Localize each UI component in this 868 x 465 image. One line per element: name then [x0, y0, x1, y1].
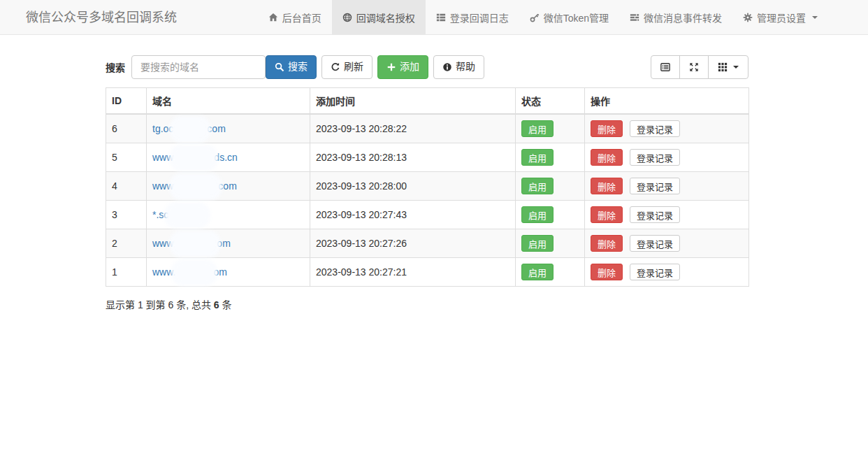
- app-title[interactable]: 微信公众号多域名回调系统: [0, 0, 187, 34]
- table-view-controls: [651, 55, 748, 79]
- delete-button[interactable]: 删除: [591, 235, 623, 252]
- status-enabled-button[interactable]: 启用: [521, 149, 554, 166]
- add-button-label: 添加: [400, 60, 419, 74]
- nav-item-login-log[interactable]: 登录回调日志: [426, 0, 519, 34]
- table-row: 5 wwwds.cn 2023-09-13 20:28:13 启用 删除 登录记…: [106, 143, 749, 172]
- toggle-view-button[interactable]: [651, 55, 680, 79]
- login-records-button[interactable]: 登录记录: [630, 120, 680, 137]
- table-row: 6 tg.occom 2023-09-13 20:28:22 启用 删除 登录记…: [106, 114, 749, 143]
- columns-dropdown-button[interactable]: [708, 55, 748, 79]
- cell-status: 启用: [516, 258, 585, 287]
- cell-domain: wwwom: [147, 229, 310, 258]
- login-records-button[interactable]: 登录记录: [630, 264, 680, 280]
- cell-domain: www.om: [147, 258, 310, 287]
- delete-button[interactable]: 删除: [591, 149, 623, 166]
- col-header-domain: 域名: [147, 88, 310, 115]
- domain-prefix: *.sc: [152, 209, 168, 220]
- cell-added-time: 2023-09-13 20:28:13: [310, 143, 516, 172]
- cell-added-time: 2023-09-13 20:27:21: [310, 258, 516, 287]
- nav-item-admin-settings[interactable]: 管理员设置: [732, 0, 828, 34]
- cell-added-time: 2023-09-13 20:28:22: [310, 114, 516, 143]
- table-row: 3 *.sc 2023-09-13 20:27:43 启用 删除 登录记录: [106, 201, 749, 229]
- domain-link[interactable]: wwwcom: [152, 180, 237, 192]
- nav-label: 后台首页: [282, 10, 321, 24]
- nav-label: 微信消息事件转发: [644, 10, 722, 24]
- domain-prefix: www: [152, 152, 173, 163]
- status-enabled-button[interactable]: 启用: [521, 235, 554, 252]
- cell-id: 5: [106, 143, 147, 172]
- summary-prefix: 显示第 1 到第 6 条, 总共: [106, 299, 214, 310]
- redacted-blur: [174, 236, 216, 252]
- status-enabled-button[interactable]: 启用: [521, 120, 554, 137]
- delete-button[interactable]: 删除: [591, 178, 623, 194]
- nav-item-token-manage[interactable]: 微信Token管理: [519, 0, 619, 34]
- cell-id: 1: [106, 258, 147, 287]
- domain-link[interactable]: wwwom: [152, 238, 231, 249]
- summary-total: 6: [214, 299, 219, 310]
- globe-icon: [342, 13, 352, 22]
- summary-suffix: 条: [219, 299, 232, 310]
- add-button[interactable]: 添加: [377, 55, 428, 79]
- info-icon: [442, 62, 452, 72]
- cell-status: 启用: [516, 143, 585, 172]
- status-enabled-button[interactable]: 启用: [521, 206, 554, 223]
- cell-added-time: 2023-09-13 20:27:43: [310, 201, 516, 229]
- refresh-icon: [331, 62, 340, 72]
- domain-prefix: tg.oc: [152, 123, 173, 134]
- status-enabled-button[interactable]: 启用: [521, 264, 554, 280]
- top-navbar: 微信公众号多域名回调系统 后台首页 回调域名授权 登录回调日志 微信Token管…: [0, 0, 868, 35]
- domain-link[interactable]: wwwds.cn: [152, 152, 238, 163]
- nav-item-msg-forward[interactable]: 微信消息事件转发: [619, 0, 732, 34]
- search-button-label: 搜索: [288, 60, 308, 74]
- delete-button[interactable]: 删除: [591, 120, 623, 137]
- key-icon: [530, 13, 540, 22]
- refresh-button[interactable]: 刷新: [321, 55, 372, 79]
- search-button[interactable]: 搜索: [266, 55, 317, 79]
- cell-id: 2: [106, 229, 147, 258]
- search-label: 搜索: [106, 60, 125, 74]
- search-input[interactable]: [131, 55, 266, 79]
- nav-label: 回调域名授权: [356, 10, 415, 24]
- cell-domain: wwwcom: [147, 172, 310, 201]
- nav-label: 登录回调日志: [450, 10, 509, 24]
- gear-icon: [743, 13, 753, 22]
- domain-link[interactable]: www.om: [152, 266, 227, 278]
- login-records-button[interactable]: 登录记录: [630, 178, 680, 194]
- redacted-blur: [174, 150, 213, 166]
- cell-added-time: 2023-09-13 20:28:00: [310, 172, 516, 201]
- cell-actions: 删除 登录记录: [585, 172, 749, 201]
- delete-button[interactable]: 删除: [591, 264, 623, 280]
- nav-item-callback-domain[interactable]: 回调域名授权: [332, 0, 426, 34]
- domain-prefix: www: [152, 238, 173, 249]
- cell-domain: wwwds.cn: [147, 143, 310, 172]
- main-nav: 后台首页 回调域名授权 登录回调日志 微信Token管理 微信消息事件转发: [258, 0, 828, 34]
- list-alt-icon: [660, 62, 670, 72]
- domain-link[interactable]: tg.occom: [152, 123, 226, 134]
- login-records-button[interactable]: 登录记录: [630, 149, 680, 166]
- fullscreen-button[interactable]: [679, 55, 709, 79]
- status-enabled-button[interactable]: 启用: [521, 178, 554, 194]
- chevron-down-icon: [733, 66, 739, 69]
- fullscreen-icon: [689, 62, 699, 72]
- nav-label: 管理员设置: [757, 10, 806, 24]
- help-button[interactable]: 帮助: [433, 55, 484, 79]
- refresh-button-label: 刷新: [344, 60, 363, 74]
- cell-status: 启用: [516, 201, 585, 229]
- nav-item-home[interactable]: 后台首页: [258, 0, 332, 34]
- cell-id: 4: [106, 172, 147, 201]
- cell-actions: 删除 登录记录: [585, 229, 749, 258]
- redacted-blur: [176, 264, 212, 281]
- redacted-blur: [174, 178, 217, 195]
- redacted-blur: [169, 207, 205, 224]
- main-content: 搜索 搜索 刷新 添加 帮助: [106, 55, 748, 311]
- cell-id: 3: [106, 201, 147, 229]
- domain-suffix: com: [207, 123, 225, 134]
- domain-link[interactable]: *.sc: [152, 209, 206, 220]
- login-records-button[interactable]: 登录记录: [630, 235, 680, 252]
- login-records-button[interactable]: 登录记录: [630, 206, 680, 223]
- col-header-actions: 操作: [585, 88, 749, 115]
- delete-button[interactable]: 删除: [591, 206, 623, 223]
- pagination-summary: 显示第 1 到第 6 条, 总共 6 条: [106, 297, 748, 311]
- redacted-blur: [174, 121, 206, 138]
- cell-actions: 删除 登录记录: [585, 201, 749, 229]
